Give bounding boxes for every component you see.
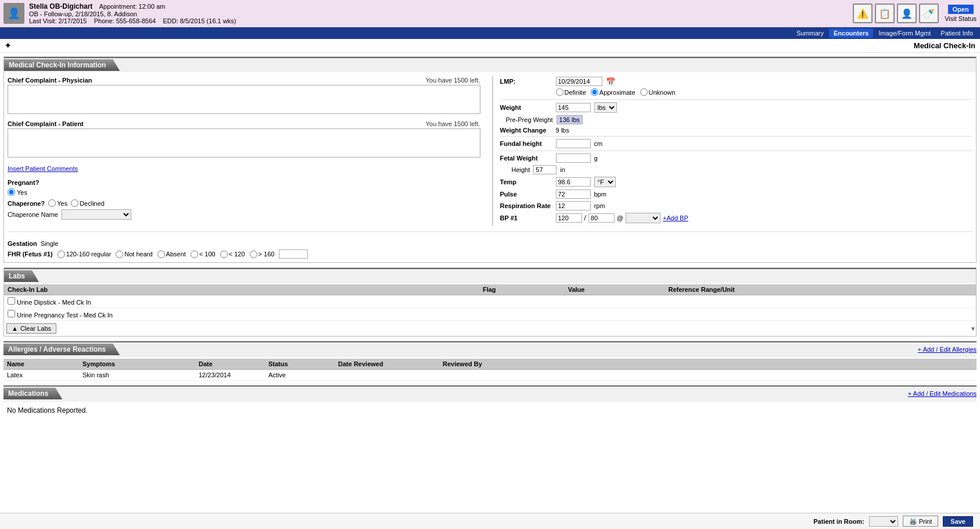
allergy-col-symptoms: Symptoms: [79, 359, 195, 370]
chief-physician-input[interactable]: [8, 85, 480, 114]
weight-row: Weight lbs kg: [500, 102, 973, 113]
fundal-row: Fundal height cm: [500, 139, 973, 148]
height-unit: in: [560, 166, 565, 173]
fhr-opt2-radio[interactable]: [116, 251, 123, 258]
fetal-weight-label: Fetal Weight: [500, 155, 552, 162]
fhr-opt3-radio[interactable]: [157, 251, 165, 258]
medications-section: Medications + Add / Edit Medications No …: [3, 385, 977, 418]
allergy-col-status: Status: [265, 359, 335, 370]
fhr-opt5-radio[interactable]: [220, 251, 228, 258]
fhr-opt4-label[interactable]: < 100: [191, 251, 216, 258]
weight-unit-select[interactable]: lbs kg: [594, 102, 617, 113]
lmp-input[interactable]: [556, 77, 602, 86]
weight-input[interactable]: [556, 103, 591, 112]
pulse-unit: bpm: [594, 191, 606, 198]
calendar-icon[interactable]: 📅: [606, 77, 615, 86]
phone: Phone: 555-658-8564: [94, 17, 156, 24]
fhr-opt6-radio[interactable]: [250, 251, 257, 258]
lab-name: Urine Dipstick - Med Ck In: [4, 295, 479, 308]
page-title-text: Medical Check-In: [914, 41, 975, 50]
add-allergies-link[interactable]: + Add / Edit Allergies: [918, 346, 977, 353]
bp-diastolic-input[interactable]: [588, 213, 615, 223]
pulse-input[interactable]: [556, 190, 591, 199]
allergy-col-date: Date: [195, 359, 265, 370]
lmp-definite-radio[interactable]: [556, 88, 563, 96]
chaperone-declined-radio[interactable]: [71, 199, 78, 207]
person-icon-btn[interactable]: 👤: [897, 3, 917, 23]
lmp-unknown-radio[interactable]: [640, 88, 648, 96]
visit-type: OB - Follow-up, 2/18/2015, 8. Addison: [29, 10, 853, 17]
chaperone-yes-label[interactable]: Yes: [48, 199, 67, 207]
lmp-approx-radio[interactable]: [591, 88, 598, 96]
temp-input[interactable]: [556, 177, 591, 187]
tab-encounters[interactable]: Encounters: [829, 28, 874, 38]
insert-comments-link[interactable]: Insert Patient Comments: [8, 165, 78, 172]
labs-col-flag: Flag: [479, 284, 565, 295]
temp-unit-select[interactable]: °F °C: [594, 177, 616, 187]
gestation-label: Gestation: [8, 240, 37, 247]
fhr-opt1-radio[interactable]: [58, 251, 65, 258]
medications-header-row: Medications + Add / Edit Medications: [3, 385, 977, 402]
fhr-opt6-label[interactable]: > 160: [250, 251, 275, 258]
fhr-opt5-label[interactable]: < 120: [220, 251, 245, 258]
patient-info: Stella OB-Digichart Appointment: 12:00 a…: [29, 2, 853, 24]
tab-patient-info[interactable]: Patient Info: [936, 28, 978, 38]
add-bp-link[interactable]: +Add BP: [663, 215, 688, 221]
chief-physician-label: Chief Complaint - Physician You have 150…: [8, 77, 480, 84]
chaperone-name-select[interactable]: [62, 209, 131, 220]
fhr-text-input[interactable]: [279, 249, 308, 259]
pregnant-yes-label[interactable]: Yes: [8, 188, 27, 196]
labs-col-value: Value: [565, 284, 665, 295]
allergies-table-row: Latex Skin rash 12/23/2014 Active: [3, 370, 977, 381]
open-button[interactable]: Open: [948, 5, 974, 14]
labs-section-title: Labs: [4, 270, 39, 282]
prepreg-label: Pre-Preg Weight: [506, 116, 553, 123]
resp-row: Respiration Rate rpm: [500, 201, 973, 210]
allergies-table-header: Name Symptoms Date Status Date Reviewed …: [3, 359, 977, 370]
alert-icon-btn[interactable]: ⚠️: [853, 3, 873, 23]
height-input[interactable]: [533, 165, 557, 174]
delivery-icon-btn[interactable]: 🍼: [919, 3, 939, 23]
lab-checkbox[interactable]: [8, 310, 15, 317]
allergies-table: Name Symptoms Date Status Date Reviewed …: [3, 359, 977, 381]
labs-table-header: Check-In Lab Flag Value Reference Range/…: [4, 284, 976, 295]
temp-label: Temp: [500, 178, 552, 185]
allergy-symptoms: Skin rash: [79, 370, 195, 381]
tab-image-form[interactable]: Image/Form Mgmt: [874, 28, 935, 38]
lab-flag: [479, 295, 565, 308]
bp-systolic-input[interactable]: [556, 213, 582, 223]
resp-input[interactable]: [556, 201, 591, 210]
add-medications-link[interactable]: + Add / Edit Medications: [908, 390, 977, 397]
fhr-opt2-label[interactable]: Not heard: [116, 251, 152, 258]
allergy-col-name: Name: [3, 359, 79, 370]
weight-change-value: 9 lbs: [556, 127, 569, 134]
resp-label: Respiration Rate: [500, 202, 552, 209]
fhr-opt3-label[interactable]: Absent: [157, 251, 186, 258]
lmp-definite-label[interactable]: Definite: [556, 88, 586, 96]
clear-labs-button[interactable]: ▲ Clear Labs: [6, 323, 56, 334]
tab-summary[interactable]: Summary: [792, 28, 828, 38]
prepreg-value: 136 lbs: [557, 115, 583, 124]
bp-label: BP #1: [500, 215, 552, 221]
chaperone-label: Chaperone?: [8, 200, 45, 207]
chaperone-yes-radio[interactable]: [48, 199, 56, 207]
lab-flag: [479, 308, 565, 321]
lmp-unknown-label[interactable]: Unknown: [640, 88, 676, 96]
weight-change-row: Weight Change 9 lbs: [500, 127, 973, 134]
labs-col-lab: Check-In Lab: [4, 284, 479, 295]
fundal-input[interactable]: [556, 139, 591, 148]
chaperone-declined-label[interactable]: Declined: [71, 199, 105, 207]
lab-value: [565, 295, 665, 308]
labs-scroll-arrow[interactable]: ▼: [970, 326, 976, 332]
clipboard-icon-btn[interactable]: 📋: [875, 3, 895, 23]
gestation-row: Gestation Single: [8, 240, 972, 247]
fhr-opt4-radio[interactable]: [191, 251, 198, 258]
bp-location-select[interactable]: [626, 213, 660, 223]
fhr-opt1-label[interactable]: 120-160 regular: [58, 251, 112, 258]
lmp-approx-label[interactable]: Approximate: [591, 88, 636, 96]
chief-patient-input[interactable]: [8, 128, 480, 158]
fetal-weight-input[interactable]: [556, 153, 591, 163]
lab-checkbox[interactable]: [8, 297, 15, 305]
bp-row: BP #1 / @ +Add BP: [500, 213, 973, 223]
pregnant-yes-radio[interactable]: [8, 188, 15, 196]
